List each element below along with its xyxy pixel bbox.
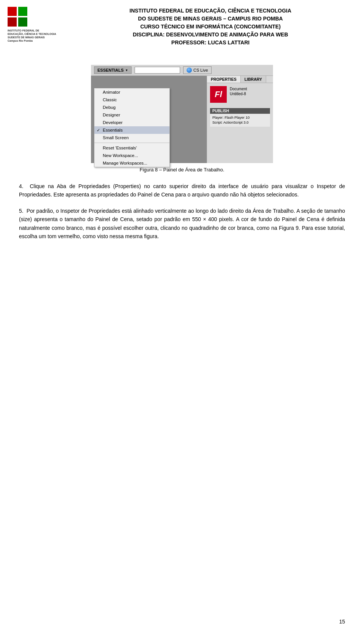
essentials-button[interactable]: ESSENTIALS ▼ — [94, 66, 132, 74]
figure-caption: Figura 8 – Painel de Área de Trabalho. — [19, 167, 345, 173]
fl-logo-icon: Fl — [210, 86, 227, 103]
dropdown-arrow-icon: ▼ — [125, 69, 128, 72]
logo-square-red-tl — [8, 7, 17, 16]
header-text-block: INSTITUTO FEDERAL DE EDUCAÇÃO, CIÊNCIA E… — [68, 7, 353, 47]
menu-item-essentials[interactable]: Essentials — [94, 126, 169, 134]
logo-state: SUDESTE DE MINAS GERAIS — [8, 36, 57, 39]
publish-info: Player: Flash Player 10 Script: ActionSc… — [210, 114, 270, 127]
header-title: INSTITUTO FEDERAL DE EDUCAÇÃO, CIÊNCIA E… — [68, 7, 353, 47]
panel-content: Fl Document Untitled-8 PUBLISH Player: F… — [207, 83, 273, 130]
logo-grid — [8, 7, 27, 27]
logo-area: INSTITUTO FEDERAL DE EDUCAÇÃO, CIÊNCIA E… — [8, 7, 57, 42]
doc-name: Untitled-8 — [230, 92, 247, 96]
menu-item-debug[interactable]: Debug — [94, 104, 169, 111]
workspace-dropdown-menu: Animator Classic Debug Designer Develope… — [94, 88, 170, 167]
document-info: Document Untitled-8 — [230, 86, 247, 96]
menu-item-reset-essentials[interactable]: Reset 'Essentials' — [94, 144, 169, 152]
paragraph-5: 5. Por padrão, o Inspetor de Propriedade… — [19, 207, 345, 241]
logo-text: INSTITUTO FEDERAL DE EDUCAÇÃO, CIÊNCIA E… — [8, 29, 57, 42]
publish-header: PUBLISH — [210, 108, 270, 114]
cs-live-label: CS Live — [193, 68, 208, 72]
title-line2: DO SUDESTE DE MINAS GERAIS – CAMPUS RIO … — [68, 15, 353, 23]
title-line1: INSTITUTO FEDERAL DE EDUCAÇÃO, CIÊNCIA E… — [68, 7, 353, 15]
search-input[interactable] — [135, 67, 180, 74]
cs-orb-icon — [187, 68, 192, 73]
title-line5: PROFESSOR: LUCAS LATTARI — [68, 39, 353, 47]
page-header: INSTITUTO FEDERAL DE EDUCAÇÃO, CIÊNCIA E… — [0, 0, 364, 53]
menu-item-designer[interactable]: Designer — [94, 111, 169, 119]
item5-number: 5. — [19, 208, 24, 214]
title-line3: CURSO TÉCNICO EM INFORMÁTICA (CONCOMITAN… — [68, 23, 353, 31]
item4-text: Clique na Aba de Propriedades (Propertie… — [19, 183, 345, 198]
paragraph-4: 4. Clique na Aba de Propriedades (Proper… — [19, 182, 345, 199]
flash-ui-wrapper: ESSENTIALS ▼ CS Live Animator Classic De… — [91, 65, 273, 163]
panel-tabs: PROPERTIES LIBRARY — [207, 76, 273, 83]
menu-item-manage-workspaces[interactable]: Manage Workspaces... — [94, 159, 169, 167]
menu-item-new-workspace[interactable]: New Workspace... — [94, 152, 169, 159]
title-line4: DISCIPLINA: DESENVOLVIMENTO DE ANIMAÇÃO … — [68, 31, 353, 39]
logo-institute: INSTITUTO FEDERAL DE — [8, 29, 57, 32]
player-info: Player: Flash Player 10 — [212, 115, 268, 119]
essentials-label: ESSENTIALS — [97, 68, 124, 72]
logo-square-green-tr — [18, 7, 27, 16]
menu-item-developer[interactable]: Developer — [94, 119, 169, 126]
page-number: 15 — [339, 619, 345, 625]
flash-topbar: ESSENTIALS ▼ CS Live — [91, 65, 273, 76]
logo-square-darkred-bl — [8, 17, 17, 27]
logo-education: EDUCAÇÃO, CIÊNCIA E TECNOLOGIA — [8, 32, 57, 36]
tab-library[interactable]: LIBRARY — [241, 76, 266, 83]
item4-number: 4. — [19, 183, 24, 189]
script-info: Script: ActionScript 3.0 — [212, 120, 268, 124]
menu-item-small-screen[interactable]: Small Screen — [94, 134, 169, 141]
publish-section: PUBLISH Player: Flash Player 10 Script: … — [210, 108, 270, 127]
main-content: ESSENTIALS ▼ CS Live Animator Classic De… — [0, 53, 364, 259]
properties-panel: PROPERTIES LIBRARY Fl Document Untitled-… — [207, 76, 273, 163]
menu-item-classic[interactable]: Classic — [94, 96, 169, 104]
item5-text: Por padrão, o Inspetor de Propriedades e… — [19, 208, 345, 239]
cs-live-button[interactable]: CS Live — [183, 66, 212, 74]
tab-properties[interactable]: PROPERTIES — [207, 76, 241, 83]
flash-content-row: Animator Classic Debug Designer Develope… — [91, 76, 273, 163]
menu-item-animator[interactable]: Animator — [94, 88, 169, 96]
menu-divider-1 — [94, 143, 169, 143]
doc-label: Document — [230, 87, 247, 91]
logo-campus: Campus Rio Pomba — [8, 39, 57, 42]
screenshot-container: ESSENTIALS ▼ CS Live Animator Classic De… — [19, 65, 345, 163]
logo-square-darkgreen-br — [18, 17, 27, 27]
